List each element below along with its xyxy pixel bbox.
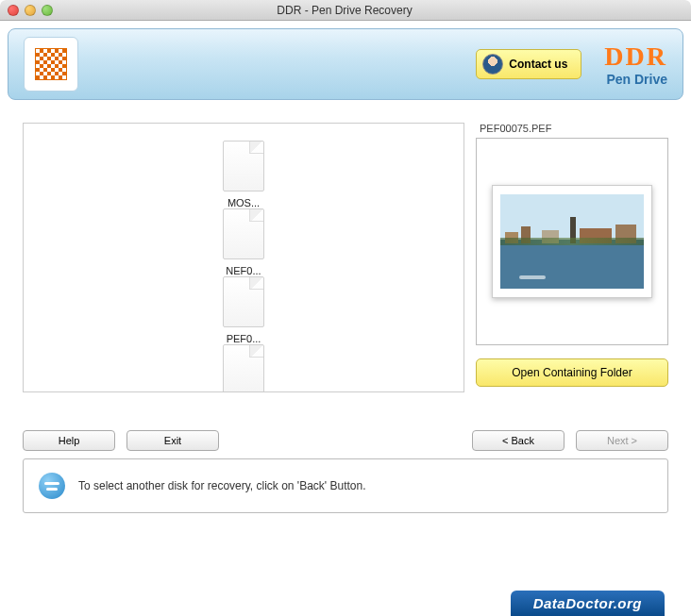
file-item[interactable]: PEF0...	[37, 276, 450, 344]
window-title: DDR - Pen Drive Recovery	[53, 4, 636, 17]
close-icon[interactable]	[8, 5, 19, 16]
open-containing-folder-button[interactable]: Open Containing Folder	[476, 358, 668, 387]
footer-site-badge: DataDoctor.org	[511, 591, 665, 616]
brand-block: DDR Pen Drive	[604, 42, 667, 87]
file-item[interactable]: MOS...	[37, 141, 450, 208]
file-item[interactable]: NEF0...	[37, 208, 450, 276]
next-button: Next >	[576, 430, 668, 451]
preview-frame	[492, 185, 652, 298]
file-label: MOS...	[228, 197, 260, 208]
preview-panel: PEF00075.PEF Open Containing Folder	[476, 123, 668, 392]
file-icon	[223, 208, 264, 259]
window-controls	[8, 5, 53, 16]
app-logo[interactable]	[24, 37, 78, 92]
file-item[interactable]: DNG...	[37, 344, 450, 392]
file-icon	[223, 344, 264, 392]
app-header: Contact us DDR Pen Drive	[8, 28, 683, 100]
exit-button[interactable]: Exit	[126, 430, 219, 451]
header-right: Contact us DDR Pen Drive	[476, 42, 667, 87]
file-label: NEF0...	[226, 265, 261, 276]
info-text: To select another disk for recovery, cli…	[78, 479, 366, 492]
app-window: DDR - Pen Drive Recovery Contact us DDR …	[0, 0, 691, 616]
info-icon	[39, 473, 65, 499]
help-button[interactable]: Help	[23, 430, 115, 451]
brand-subtitle: Pen Drive	[604, 72, 667, 87]
bottom-button-bar: Help Exit < Back Next >	[23, 430, 668, 451]
person-icon	[482, 54, 503, 75]
file-icon	[223, 141, 264, 191]
contact-us-label: Contact us	[509, 58, 567, 71]
preview-image	[500, 194, 644, 289]
titlebar: DDR - Pen Drive Recovery	[0, 0, 691, 21]
file-browser: MOS...NEF0...PEF0...DNG...KDC...DNG...KD…	[23, 123, 464, 392]
minimize-icon[interactable]	[25, 5, 36, 16]
file-icon	[223, 276, 264, 327]
preview-filename: PEF00075.PEF	[476, 123, 668, 134]
contact-us-button[interactable]: Contact us	[476, 49, 581, 79]
main-content: MOS...NEF0...PEF0...DNG...KDC...DNG...KD…	[8, 108, 683, 408]
brand-title: DDR	[604, 42, 667, 72]
file-label: PEF0...	[227, 333, 261, 344]
preview-box	[476, 138, 668, 345]
logo-icon	[35, 48, 67, 80]
info-bar: To select another disk for recovery, cli…	[23, 458, 668, 513]
back-button[interactable]: < Back	[472, 430, 565, 451]
zoom-icon[interactable]	[42, 5, 53, 16]
